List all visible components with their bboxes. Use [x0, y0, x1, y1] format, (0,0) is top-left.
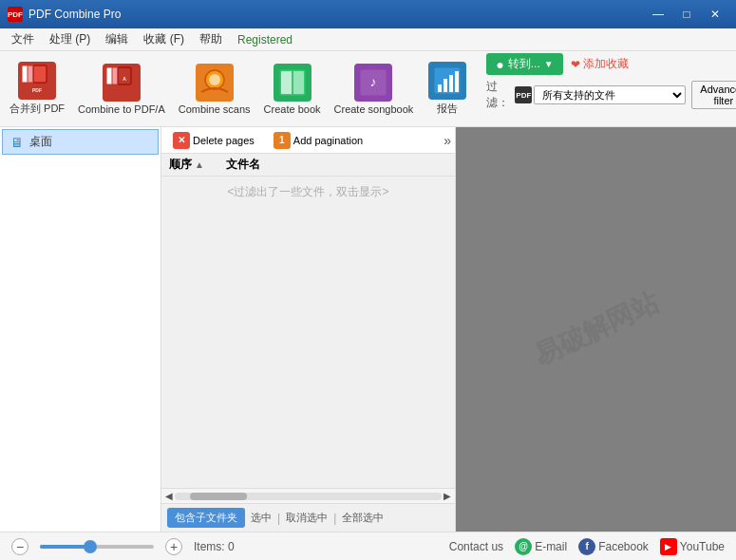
minimize-button[interactable]: —	[645, 5, 671, 24]
main-toolbar: PDF 合并到 PDF A Combine to PDF/A	[0, 51, 736, 127]
report-label: 报告	[437, 102, 458, 116]
svg-rect-18	[443, 79, 447, 92]
file-list: <过滤出了一些文件，双击显示>	[161, 177, 455, 488]
window-controls: — □ ✕	[645, 5, 728, 24]
menu-edit[interactable]: 编辑	[98, 29, 136, 49]
menu-bar: 文件 处理 (P) 编辑 收藏 (F) 帮助 Registered	[0, 28, 736, 51]
svg-text:♪: ♪	[370, 74, 377, 89]
add-favorite-button[interactable]: ❤ 添加收藏	[571, 56, 629, 72]
heart-icon: ❤	[571, 58, 580, 71]
advanced-filter-button[interactable]: Advanced filter	[691, 81, 736, 109]
app-title: PDF Combine Pro	[28, 8, 645, 21]
merge-pdf-button[interactable]: PDF 合并到 PDF	[4, 57, 70, 121]
scroll-right-button[interactable]: ▶	[443, 491, 451, 501]
zoom-out-bottom-button[interactable]: −	[11, 538, 28, 555]
filter-select[interactable]: 所有支持的文件	[534, 85, 686, 104]
registered-label: Registered	[237, 33, 293, 47]
file-placeholder: <过滤出了一些文件，双击显示>	[161, 177, 455, 208]
file-footer: ◀ ▶ 包含子文件夹 选中 | 取消选中 | 全部选中	[161, 488, 455, 532]
svg-rect-2	[33, 65, 47, 83]
combine-scans-button[interactable]: Combine scans	[173, 57, 256, 121]
contact-us-link[interactable]: Contact us	[449, 540, 503, 553]
create-book-label: Create book	[264, 103, 321, 115]
desktop-label: 桌面	[29, 134, 52, 150]
create-songbook-label: Create songbook	[334, 103, 414, 115]
svg-rect-12	[293, 71, 304, 94]
svg-rect-19	[449, 75, 453, 92]
secondary-toolbar: ✕ Delete pages 1 Add pagination »	[161, 127, 455, 154]
email-link[interactable]: @ E-mail	[515, 538, 567, 555]
svg-text:PDF: PDF	[32, 87, 42, 93]
combine-scans-label: Combine scans	[179, 103, 251, 115]
merge-pdf-label: 合并到 PDF	[9, 102, 65, 116]
app-icon: PDF	[8, 7, 23, 22]
youtube-link[interactable]: ▶ YouTube	[660, 538, 725, 555]
bottom-bar: − + Items: 0 Contact us @ E-mail f Faceb…	[0, 532, 736, 560]
filter-label: 过滤：	[486, 79, 509, 111]
menu-help[interactable]: 帮助	[192, 29, 230, 49]
facebook-icon: f	[578, 538, 595, 555]
file-actions: 包含子文件夹 选中 | 取消选中 | 全部选中	[161, 504, 455, 532]
scrollbar-track[interactable]	[175, 493, 442, 500]
desktop-folder[interactable]: 🖥 桌面	[2, 129, 159, 155]
create-songbook-button[interactable]: ♪ Create songbook	[329, 57, 420, 121]
maximize-button[interactable]: □	[673, 5, 700, 24]
combine-pdf-button[interactable]: A Combine to PDF/A	[72, 57, 171, 121]
svg-point-9	[209, 74, 220, 85]
preview-area: 易破解网站	[456, 127, 736, 532]
facebook-link[interactable]: f Facebook	[578, 538, 649, 555]
zoom-slider[interactable]	[40, 545, 154, 549]
scroll-left-button[interactable]: ◀	[165, 491, 173, 501]
add-pagination-icon: 1	[274, 132, 291, 149]
svg-text:A: A	[123, 76, 126, 82]
svg-rect-20	[455, 71, 459, 92]
bottom-links: Contact us @ E-mail f Facebook ▶ YouTube	[449, 538, 725, 555]
add-pagination-button[interactable]: 1 Add pagination	[266, 130, 370, 151]
sort-arrow-icon: ▲	[195, 159, 204, 170]
content-area: 🖥 桌面 ✕ Delete pages 1 Add pagination » 顺…	[0, 127, 736, 532]
create-book-button[interactable]: Create book	[258, 57, 327, 121]
delete-pages-icon: ✕	[173, 132, 190, 149]
svg-rect-17	[438, 84, 442, 92]
select-link[interactable]: 选中	[251, 511, 272, 525]
watermark: 易破解网站	[528, 285, 664, 374]
svg-rect-11	[281, 71, 293, 94]
file-list-header: 顺序 ▲ 文件名	[161, 154, 455, 177]
items-count: 0	[228, 540, 235, 553]
deselect-link[interactable]: 取消选中	[286, 511, 328, 525]
select-all-link[interactable]: 全部选中	[342, 511, 384, 525]
youtube-icon: ▶	[660, 538, 677, 555]
include-subfolders-button[interactable]: 包含子文件夹	[167, 508, 245, 528]
zoom-in-bottom-button[interactable]: +	[165, 538, 182, 555]
zoom-slider-thumb[interactable]	[84, 540, 97, 553]
menu-favorites[interactable]: 收藏 (F)	[136, 29, 192, 49]
horizontal-scrollbar[interactable]: ◀ ▶	[161, 489, 455, 504]
close-button[interactable]: ✕	[702, 5, 728, 24]
email-icon: @	[515, 538, 532, 555]
left-sidebar: 🖥 桌面	[0, 127, 161, 532]
menu-file[interactable]: 文件	[4, 29, 42, 49]
combine-pdf-label: Combine to PDF/A	[78, 103, 165, 115]
folder-icon: 🖥	[10, 135, 24, 150]
menu-process[interactable]: 处理 (P)	[42, 29, 98, 49]
report-button[interactable]: 报告	[421, 57, 473, 121]
items-label: Items: 0	[194, 540, 235, 553]
scrollbar-thumb[interactable]	[190, 493, 247, 500]
expand-button[interactable]: »	[443, 133, 451, 148]
convert-button[interactable]: ● 转到... ▼	[486, 53, 562, 75]
delete-pages-button[interactable]: ✕ Delete pages	[165, 130, 262, 151]
title-bar: PDF PDF Combine Pro — □ ✕	[0, 0, 736, 28]
